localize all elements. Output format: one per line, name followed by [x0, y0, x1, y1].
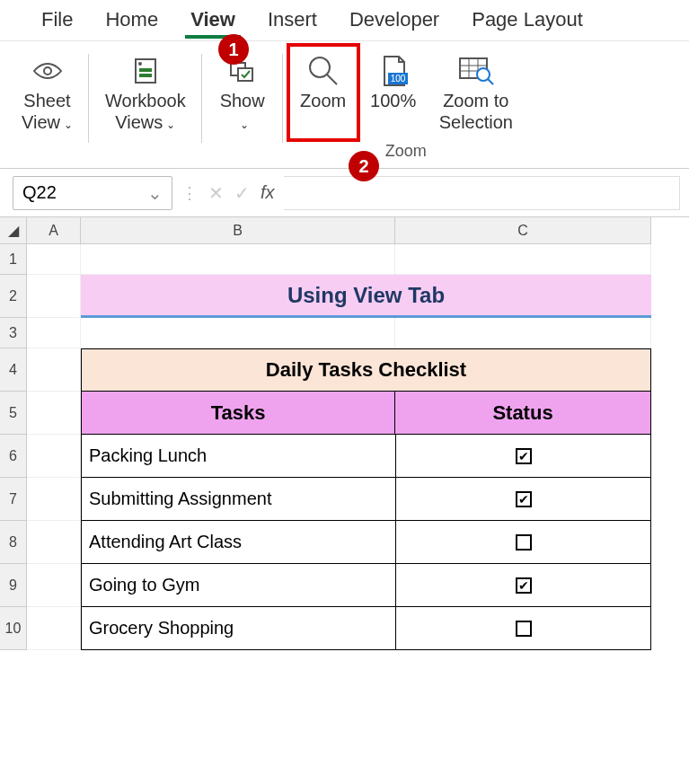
- cell[interactable]: [27, 318, 81, 348]
- sheet-title[interactable]: Using View Tab: [81, 275, 651, 318]
- ribbon-group-zoom: Zoom 100 100% Zoom to Selection Zoom: [283, 50, 529, 161]
- svg-rect-2: [139, 68, 152, 72]
- row-head[interactable]: 8: [0, 521, 27, 564]
- cell[interactable]: [27, 607, 81, 650]
- show-button[interactable]: Show⌄: [211, 50, 274, 137]
- cancel-icon[interactable]: ✕: [208, 182, 224, 204]
- cell[interactable]: [27, 564, 81, 607]
- checkbox-icon[interactable]: [516, 534, 532, 551]
- svg-rect-6: [238, 68, 252, 81]
- tab-insert[interactable]: Insert: [252, 1, 333, 40]
- task-status[interactable]: [395, 521, 651, 564]
- cell[interactable]: [27, 435, 81, 478]
- workbook-views-label: Workbook Views⌄: [105, 90, 186, 133]
- cell[interactable]: [27, 392, 81, 435]
- chevron-down-icon: ⌄: [240, 119, 249, 131]
- row-head[interactable]: 10: [0, 607, 27, 650]
- chevron-down-icon: ⌄: [166, 119, 175, 131]
- col-head-b[interactable]: B: [81, 217, 395, 244]
- row-head[interactable]: 9: [0, 564, 27, 607]
- tab-home[interactable]: Home: [89, 1, 174, 40]
- checkbox-icon[interactable]: [516, 621, 532, 637]
- ribbon-group-show: Show⌄: [202, 50, 283, 161]
- cell[interactable]: [81, 318, 395, 348]
- annotation-badge-1: 1: [218, 34, 249, 65]
- svg-point-16: [477, 68, 490, 81]
- row-head[interactable]: 3: [0, 318, 27, 348]
- task-name[interactable]: Submitting Assignment: [81, 478, 395, 521]
- col-head-a[interactable]: A: [27, 217, 81, 244]
- name-box[interactable]: Q22 ⌄: [13, 176, 172, 210]
- task-name[interactable]: Attending Art Class: [81, 521, 395, 564]
- zoom-100-button[interactable]: 100 100%: [362, 50, 425, 137]
- checkbox-icon[interactable]: ✔: [516, 448, 532, 464]
- ribbon-group-workbook: Workbook Views⌄: [89, 50, 202, 161]
- task-name[interactable]: Grocery Shopping: [81, 607, 395, 650]
- zoom-group-label: Zoom: [385, 142, 427, 161]
- svg-text:100: 100: [390, 74, 405, 84]
- zoom-100-label: 100%: [370, 90, 416, 111]
- task-status[interactable]: ✔: [395, 564, 651, 607]
- formula-bar: Q22 ⌄ ⋮ ✕ ✓ fx: [0, 169, 689, 217]
- svg-point-0: [44, 67, 51, 75]
- svg-line-8: [327, 75, 337, 84]
- ribbon-group-sheetview: Sheet View⌄: [5, 50, 89, 161]
- chevron-down-icon[interactable]: ⌄: [147, 182, 163, 204]
- tab-developer[interactable]: Developer: [333, 1, 455, 40]
- workbook-views-button[interactable]: Workbook Views⌄: [98, 50, 193, 137]
- zoom-selection-button[interactable]: Zoom to Selection: [432, 50, 520, 137]
- svg-line-17: [488, 79, 493, 84]
- task-status[interactable]: ✔: [395, 478, 651, 521]
- formula-input[interactable]: [284, 176, 680, 210]
- task-name[interactable]: Going to Gym: [81, 564, 395, 607]
- select-all-corner[interactable]: ◢: [0, 217, 27, 244]
- row-head[interactable]: 7: [0, 478, 27, 521]
- sheet-view-label: Sheet View⌄: [22, 90, 73, 133]
- show-label: Show⌄: [220, 90, 265, 133]
- row-head[interactable]: 2: [0, 275, 27, 318]
- menu-tabs: File Home View Insert Developer Page Lay…: [0, 0, 689, 41]
- zoom-label: Zoom: [300, 90, 346, 111]
- chevron-down-icon: ⌄: [64, 119, 73, 131]
- more-icon[interactable]: ⋮: [181, 183, 198, 203]
- task-name[interactable]: Packing Lunch: [81, 435, 395, 478]
- cell[interactable]: [27, 275, 81, 318]
- row-head[interactable]: 4: [0, 348, 27, 392]
- cell[interactable]: [27, 521, 81, 564]
- annotation-badge-2: 2: [349, 151, 379, 181]
- fx-icon[interactable]: fx: [261, 182, 275, 203]
- enter-icon[interactable]: ✓: [234, 182, 250, 204]
- checkbox-icon[interactable]: ✔: [516, 491, 532, 507]
- zoom-button[interactable]: Zoom: [292, 50, 355, 137]
- eye-icon: [31, 54, 64, 88]
- workbook-icon: [130, 54, 161, 88]
- table-header[interactable]: Daily Tasks Checklist: [81, 348, 651, 392]
- spreadsheet-grid: ◢ A B C 1 2 Using View Tab 3 4 Daily Tas…: [0, 217, 689, 650]
- sheet-view-button[interactable]: Sheet View⌄: [14, 50, 80, 137]
- row-head[interactable]: 1: [0, 244, 27, 275]
- col-head-c[interactable]: C: [395, 217, 651, 244]
- tab-view[interactable]: View: [174, 1, 252, 40]
- row-head[interactable]: 5: [0, 392, 27, 435]
- svg-rect-3: [139, 74, 152, 77]
- cell[interactable]: [395, 318, 651, 348]
- col-status-header[interactable]: Status: [395, 392, 651, 435]
- svg-point-7: [310, 57, 330, 77]
- row-head[interactable]: 6: [0, 435, 27, 478]
- cell[interactable]: [81, 244, 395, 275]
- ribbon: Sheet View⌄ Workbook Views⌄ Show⌄ Zoom: [0, 41, 689, 169]
- svg-point-4: [138, 62, 142, 66]
- task-status[interactable]: [395, 607, 651, 650]
- name-box-value: Q22: [22, 182, 57, 203]
- tab-page-layout[interactable]: Page Layout: [455, 1, 599, 40]
- checkbox-icon[interactable]: ✔: [516, 577, 532, 594]
- formula-controls: ⋮ ✕ ✓ fx: [181, 182, 275, 204]
- cell[interactable]: [27, 348, 81, 392]
- tab-file[interactable]: File: [25, 1, 89, 40]
- zoom-selection-label: Zoom to Selection: [439, 90, 513, 133]
- col-tasks-header[interactable]: Tasks: [81, 392, 395, 435]
- cell[interactable]: [27, 244, 81, 275]
- cell[interactable]: [395, 244, 651, 275]
- task-status[interactable]: ✔: [395, 435, 651, 478]
- cell[interactable]: [27, 478, 81, 521]
